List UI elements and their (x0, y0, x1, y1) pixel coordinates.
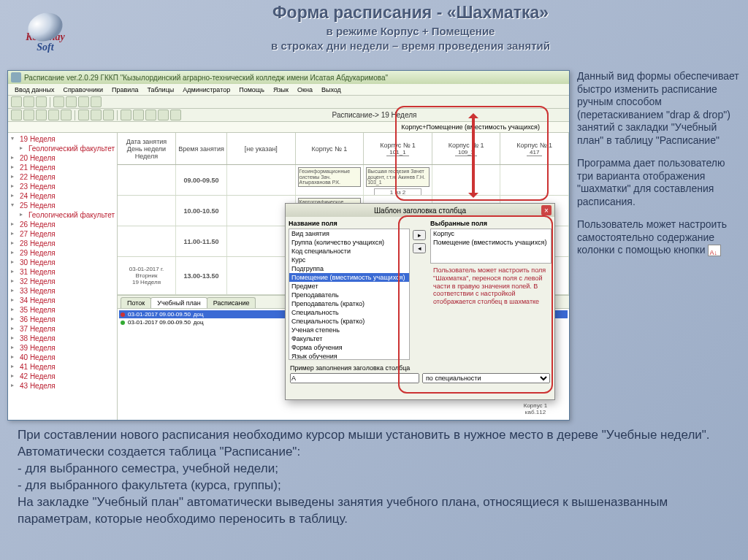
tree-item[interactable]: 20 Неделя (9, 153, 115, 163)
move-right-button[interactable]: ▸ (413, 230, 426, 240)
dialog-titlebar: Шаблон заголовка столбца × (286, 204, 554, 217)
field-option[interactable]: Вид занятия (289, 229, 409, 238)
tree-item[interactable]: 31 Неделя (9, 267, 115, 277)
menubar: Ввод данныхСправочникиПравилаТаблицыАдми… (8, 84, 569, 96)
toolbar-button[interactable] (36, 110, 47, 120)
tree-item[interactable]: 40 Неделя (9, 353, 115, 362)
tree-item[interactable]: Геологический факультет (9, 210, 115, 220)
tree-item[interactable]: 38 Неделя (9, 334, 115, 343)
field-option[interactable]: Курс (289, 256, 409, 264)
tree-item[interactable]: 42 Неделя (9, 372, 115, 381)
field-option[interactable]: Ученая степень (289, 326, 409, 334)
tree-item[interactable]: 34 Неделя (9, 296, 115, 305)
room-column-header[interactable]: Корпус № 1101_1 (364, 133, 432, 164)
schedule-cell[interactable] (432, 165, 501, 195)
room-column-header[interactable]: Корпус № 1109_3 (432, 133, 501, 164)
menu-item[interactable]: Язык (270, 86, 292, 93)
tree-item[interactable]: 24 Неделя (9, 191, 115, 201)
tree-item[interactable]: 22 Неделя (9, 172, 115, 182)
tree-item[interactable]: 21 Неделя (9, 163, 115, 172)
tree-item[interactable]: 26 Неделя (9, 220, 115, 229)
schedule-cell[interactable]: Высшая геодезия Зачет доцент, г.т.н. Аки… (364, 165, 432, 195)
tree-item[interactable]: 25 Неделя (9, 201, 115, 210)
tree-item[interactable]: 37 Неделя (9, 324, 115, 334)
field-option[interactable]: Специальность (кратко) (289, 317, 409, 326)
toolbar-button[interactable] (158, 110, 169, 120)
tree-item[interactable]: 29 Неделя (9, 248, 115, 258)
field-option[interactable]: Подгруппа (289, 264, 409, 273)
tree-item[interactable]: 27 Неделя (9, 229, 115, 239)
toolbar-button[interactable] (11, 110, 22, 120)
field-option[interactable]: Специальность (289, 308, 409, 317)
tree-item[interactable]: 39 Неделя (9, 343, 115, 353)
menu-item[interactable]: Окна (294, 86, 316, 93)
toolbar-button[interactable] (36, 96, 47, 107)
toolbar-button[interactable] (11, 96, 22, 107)
field-option[interactable]: Группа (количество учащихся) (289, 238, 409, 247)
tree-item[interactable]: 19 Неделя (9, 134, 115, 144)
selected-field[interactable]: Помещение (вместимость учащихся) (431, 238, 551, 247)
dialog-note: Пользователь может настроить поля "Шахма… (430, 264, 552, 309)
toolbar-button[interactable] (23, 96, 34, 107)
tree-item[interactable]: 33 Неделя (9, 286, 115, 296)
weeks-tree[interactable]: 19 НеделяГеологический факультет20 Недел… (8, 133, 118, 420)
tree-item[interactable]: 35 Неделя (9, 305, 115, 315)
tree-item[interactable]: 32 Неделя (9, 277, 115, 286)
field-option[interactable]: Форма обучения (289, 343, 409, 352)
room-column-header[interactable]: [не указан] (227, 133, 296, 164)
menu-item[interactable]: Выход (318, 86, 345, 93)
selected-field[interactable]: Корпус (431, 229, 551, 238)
room-column-header[interactable]: Корпус № 1417 (500, 133, 569, 164)
sample-input[interactable] (290, 373, 419, 383)
field-option[interactable]: Язык обучения (289, 352, 409, 360)
tree-item[interactable]: Геологический факультет (9, 144, 115, 153)
toolbar-button[interactable] (121, 110, 131, 120)
toolbar-button[interactable] (133, 110, 144, 120)
tree-item[interactable]: 23 Неделя (9, 182, 115, 191)
menu-item[interactable]: Ввод данных (11, 86, 58, 93)
toolbar-button[interactable] (78, 96, 89, 107)
move-left-button[interactable]: ◂ (413, 243, 426, 253)
toolbar-button[interactable] (48, 110, 59, 120)
menu-item[interactable]: Правила (108, 86, 142, 93)
field-option[interactable]: Помещение (вместимость учащихся) (289, 273, 409, 282)
tree-item[interactable]: 28 Неделя (9, 239, 115, 248)
tree-item[interactable]: 30 Неделя (9, 258, 115, 267)
sample-select[interactable]: по специальности (422, 373, 550, 383)
tree-item[interactable]: 36 Неделя (9, 315, 115, 324)
toolbar-button[interactable] (53, 96, 64, 107)
bottom-text: При составлении нового расписания необхо… (18, 427, 730, 528)
toolbar-button[interactable] (78, 110, 89, 120)
field-option[interactable]: Преподаватель (289, 291, 409, 299)
toolbar-button[interactable] (66, 96, 77, 107)
menu-item[interactable]: Таблицы (144, 86, 178, 93)
toolbar-schedule: Расписание-> 19 Неделя (8, 109, 569, 122)
toolbar-button[interactable] (61, 110, 72, 120)
tab[interactable]: Расписание (207, 297, 256, 308)
toolbar-button[interactable] (23, 110, 34, 120)
room-column-header[interactable]: Корпус № 1 (296, 133, 365, 164)
available-fields-list[interactable]: Вид занятияГруппа (количество учащихся)К… (289, 229, 410, 360)
slide-subtitle-1: в режиме Корпус + Помещение (88, 25, 733, 38)
toolbar-button[interactable] (170, 110, 181, 120)
toolbar-button[interactable] (91, 96, 102, 107)
menu-item[interactable]: Справочники (59, 86, 107, 93)
tab[interactable]: Учебный план (150, 297, 207, 308)
field-option[interactable]: Факультет (289, 334, 409, 343)
toolbar-button[interactable] (103, 110, 114, 120)
schedule-cell[interactable]: Геоинформационные системы Зач. Атырахано… (296, 165, 365, 195)
toolbar-button[interactable] (91, 110, 102, 120)
tree-item[interactable]: 41 Неделя (9, 362, 115, 372)
tab[interactable]: Поток (121, 297, 151, 308)
menu-item[interactable]: Администратор (179, 86, 234, 93)
close-icon[interactable]: × (541, 205, 552, 215)
schedule-cell[interactable] (500, 165, 569, 195)
tree-item[interactable]: 43 Неделя (9, 381, 115, 391)
selected-fields-list[interactable]: КорпусПомещение (вместимость учащихся) (430, 229, 552, 264)
field-option[interactable]: Предмет (289, 282, 409, 291)
schedule-cell[interactable] (227, 165, 296, 195)
menu-item[interactable]: Помощь (235, 86, 268, 93)
toolbar-button[interactable] (145, 110, 156, 120)
field-option[interactable]: Преподаватель (кратко) (289, 299, 409, 308)
field-option[interactable]: Код специальности (289, 247, 409, 256)
